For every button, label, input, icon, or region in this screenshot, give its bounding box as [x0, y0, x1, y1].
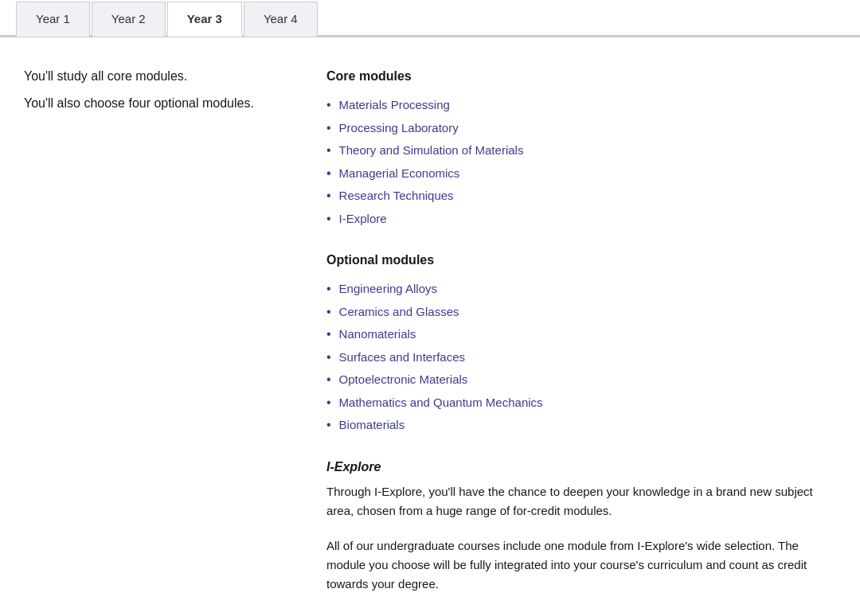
left-panel: You'll study all core modules. You'll al…: [24, 69, 279, 610]
optional-modules-title: Optional modules: [326, 253, 836, 267]
core-modules-note: You'll study all core modules.: [24, 69, 279, 84]
list-item: I-Explore: [326, 210, 836, 228]
optional-modules-list: Engineering Alloys Ceramics and Glasses …: [326, 280, 836, 435]
right-panel: Core modules Materials Processing Proces…: [326, 69, 836, 610]
list-item: Processing Laboratory: [326, 119, 836, 138]
tab-year1[interactable]: Year 1: [16, 2, 90, 37]
tab-year4[interactable]: Year 4: [244, 2, 318, 37]
list-item: Theory and Simulation of Materials: [326, 142, 836, 160]
iexplore-title: I-Explore: [326, 460, 836, 474]
list-item: Optoelectronic Materials: [326, 371, 836, 389]
optional-modules-note: You'll also choose four optional modules…: [24, 96, 279, 111]
core-modules-title: Core modules: [326, 69, 836, 84]
list-item: Biomaterials: [326, 416, 836, 435]
list-item: Research Techniques: [326, 187, 836, 205]
iexplore-paragraph1: Through I-Explore, you'll have the chanc…: [326, 482, 836, 520]
list-item: Nanomaterials: [326, 326, 836, 344]
tab-year3[interactable]: Year 3: [167, 2, 242, 37]
list-item: Surfaces and Interfaces: [326, 349, 836, 367]
optional-modules-section: Optional modules Engineering Alloys Cera…: [326, 253, 836, 435]
tabs-bar: Year 1 Year 2 Year 3 Year 4: [0, 0, 860, 37]
core-modules-list: Materials Processing Processing Laborato…: [326, 96, 836, 228]
list-item: Engineering Alloys: [326, 280, 836, 298]
list-item: Mathematics and Quantum Mechanics: [326, 394, 836, 412]
list-item: Managerial Economics: [326, 165, 836, 183]
core-modules-section: Core modules Materials Processing Proces…: [326, 69, 836, 228]
content-area: You'll study all core modules. You'll al…: [0, 37, 860, 616]
iexplore-paragraph2: All of our undergraduate courses include…: [326, 536, 836, 594]
tab-year2[interactable]: Year 2: [92, 2, 166, 37]
list-item: Materials Processing: [326, 96, 836, 115]
iexplore-section: I-Explore Through I-Explore, you'll have…: [326, 460, 836, 594]
list-item: Ceramics and Glasses: [326, 303, 836, 322]
